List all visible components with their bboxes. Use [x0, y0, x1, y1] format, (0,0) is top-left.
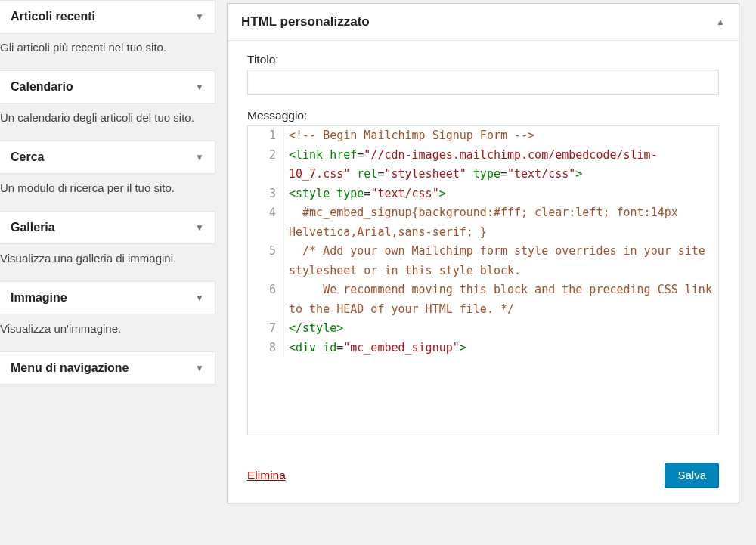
chevron-down-icon: ▼ [195, 363, 204, 373]
code-line: 6 We recommend moving this block and the… [248, 280, 718, 319]
message-label: Messaggio: [247, 109, 719, 122]
widget-item[interactable]: Galleria ▼ [0, 211, 215, 244]
line-content: <style type="text/css"> [284, 184, 718, 204]
widget-editor-main: HTML personalizzato ▲ Titolo: Messaggio:… [227, 0, 756, 545]
line-content: <div id="mc_embed_signup"> [284, 339, 718, 358]
line-content: /* Add your own Mailchimp form style ove… [284, 242, 718, 280]
line-number: 8 [248, 339, 284, 358]
widget-title: Immagine [11, 291, 67, 305]
line-content: </style> [284, 319, 718, 339]
widget-title: Articoli recenti [11, 10, 95, 23]
panel-title: HTML personalizzato [241, 14, 370, 29]
panel-header[interactable]: HTML personalizzato ▲ [228, 4, 739, 41]
code-line: 8<div id="mc_embed_signup"> [248, 339, 718, 358]
line-number: 1 [248, 126, 284, 146]
custom-html-panel: HTML personalizzato ▲ Titolo: Messaggio:… [227, 3, 739, 503]
line-content: <link href="//cdn-images.mailchimp.com/e… [284, 146, 718, 184]
line-number: 6 [248, 280, 284, 319]
line-content: <!-- Begin Mailchimp Signup Form --> [284, 126, 718, 146]
widget-title: Calendario [11, 80, 73, 94]
widget-description: Gli articoli più recenti nel tuo sito. [0, 33, 215, 70]
chevron-up-icon: ▲ [716, 17, 725, 27]
title-input[interactable] [247, 70, 719, 95]
code-line: 3<style type="text/css"> [248, 184, 718, 204]
line-number: 5 [248, 242, 284, 280]
title-label: Titolo: [247, 53, 719, 67]
chevron-down-icon: ▼ [195, 11, 204, 22]
widget-item[interactable]: Immagine ▼ [0, 281, 215, 314]
line-content: We recommend moving this block and the p… [284, 280, 718, 319]
code-line: 5 /* Add your own Mailchimp form style o… [248, 242, 718, 280]
widget-title: Galleria [11, 221, 55, 234]
line-number: 3 [248, 184, 284, 204]
widget-title: Cerca [11, 150, 44, 164]
chevron-down-icon: ▼ [195, 222, 204, 233]
line-number: 7 [248, 319, 284, 339]
code-line: 1<!-- Begin Mailchimp Signup Form --> [248, 126, 718, 146]
code-editor[interactable]: 1<!-- Begin Mailchimp Signup Form -->2<l… [247, 125, 719, 435]
code-line: 7</style> [248, 319, 718, 339]
widget-description: Visualizza una galleria di immagini. [0, 244, 215, 281]
code-line: 4 #mc_embed_signup{background:#fff; clea… [248, 203, 718, 242]
widget-description: Un modulo di ricerca per il tuo sito. [0, 174, 215, 211]
line-number: 2 [248, 146, 284, 184]
line-number: 4 [248, 203, 284, 242]
available-widgets-sidebar: Articoli recenti ▼ Gli articoli più rece… [0, 0, 227, 545]
widget-description: Visualizza un'immagine. [0, 314, 215, 351]
widget-item[interactable]: Cerca ▼ [0, 141, 215, 174]
widget-description: Un calendario degli articoli del tuo sit… [0, 104, 215, 141]
widget-title: Menu di navigazione [11, 361, 129, 375]
save-button[interactable]: Salva [665, 463, 719, 488]
chevron-down-icon: ▼ [195, 152, 204, 163]
chevron-down-icon: ▼ [195, 82, 204, 92]
widget-item[interactable]: Menu di navigazione ▼ [0, 351, 215, 385]
chevron-down-icon: ▼ [195, 293, 204, 303]
delete-link[interactable]: Elimina [247, 469, 286, 482]
widget-item[interactable]: Articoli recenti ▼ [0, 0, 215, 33]
line-content: #mc_embed_signup{background:#fff; clear:… [284, 203, 718, 242]
code-line: 2<link href="//cdn-images.mailchimp.com/… [248, 146, 718, 184]
widget-item[interactable]: Calendario ▼ [0, 70, 215, 104]
